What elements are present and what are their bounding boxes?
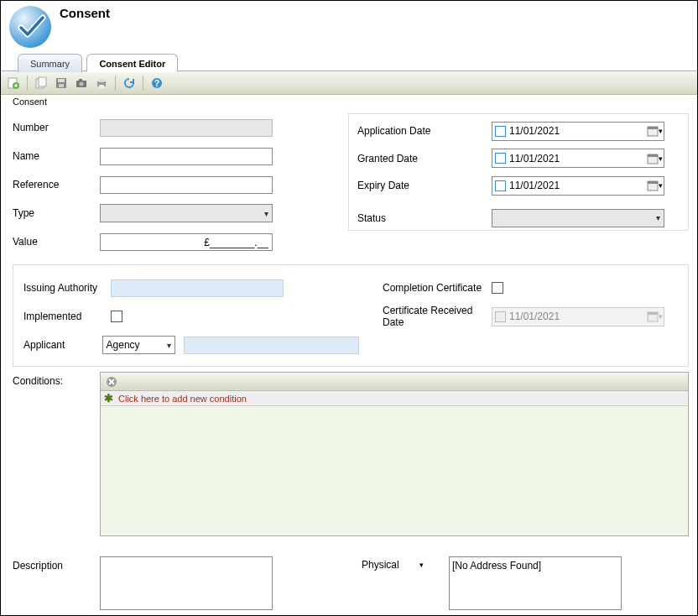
label-granted-date: Granted Date [357, 153, 492, 164]
svg-rect-3 [39, 77, 46, 86]
completion-cert-checkbox[interactable] [492, 282, 503, 294]
granted-date-value: 11/01/2021 [509, 153, 642, 164]
cert-received-date-field: 11/01/2021 ▾ [492, 307, 664, 326]
page-title: Consent [60, 6, 110, 20]
implemented-checkbox[interactable] [111, 311, 122, 322]
granted-date-field[interactable]: 11/01/2021 ▾ [492, 149, 664, 168]
application-date-value: 11/01/2021 [509, 125, 642, 137]
type-combo[interactable]: ▾ [100, 204, 273, 222]
application-date-checkbox[interactable] [495, 126, 506, 137]
label-status: Status [357, 212, 492, 224]
chevron-down-icon: ▾ [656, 213, 660, 222]
svg-rect-18 [648, 154, 658, 157]
reference-input[interactable] [100, 176, 273, 194]
help-button[interactable]: ? [149, 76, 164, 91]
chevron-down-icon: ▾ [419, 561, 424, 569]
label-number: Number [13, 122, 100, 133]
svg-rect-20 [648, 181, 658, 184]
label-expiry-date: Expiry Date [357, 180, 492, 191]
expiry-date-checkbox[interactable] [495, 180, 506, 191]
conditions-delete-button[interactable] [104, 374, 119, 389]
conditions-add-text: Click here to add new condition [118, 394, 247, 404]
expiry-date-value: 11/01/2021 [509, 180, 642, 191]
print-button[interactable] [94, 76, 109, 91]
svg-rect-12 [99, 85, 104, 88]
label-name: Name [13, 150, 100, 162]
number-input[interactable] [100, 119, 273, 137]
svg-point-8 [80, 81, 84, 86]
svg-rect-6 [59, 84, 64, 87]
copy-button[interactable] [34, 76, 49, 91]
calendar-icon[interactable]: ▾ [645, 149, 664, 167]
chevron-down-icon: ▾ [264, 209, 268, 218]
label-implemented: Implemented [23, 311, 111, 322]
calendar-icon: ▾ [645, 308, 664, 326]
address-text[interactable]: [No Address Found] [449, 556, 622, 610]
save-button[interactable] [54, 76, 69, 91]
granted-date-checkbox[interactable] [495, 153, 506, 164]
expiry-date-field[interactable]: 11/01/2021 ▾ [492, 176, 664, 196]
label-conditions: Conditions: [13, 372, 100, 536]
cert-received-checkbox [495, 311, 506, 322]
applicant-text-input[interactable] [184, 337, 359, 354]
cert-received-value: 11/01/2021 [509, 311, 642, 322]
label-description: Description [13, 556, 100, 610]
calendar-icon[interactable]: ▾ [645, 177, 664, 195]
label-type: Type [13, 207, 100, 219]
label-completion-cert: Completion Certificate [383, 282, 492, 294]
physical-label: Physical [362, 559, 399, 571]
section-consent-label: Consent [13, 97, 689, 107]
issuing-authority-input[interactable] [111, 279, 284, 297]
conditions-grid: ✱ Click here to add new condition [100, 372, 689, 536]
tab-summary[interactable]: Summary [18, 54, 82, 72]
label-applicant: Applicant [23, 339, 102, 351]
svg-rect-9 [79, 79, 82, 81]
value-input[interactable]: £________.__ [100, 233, 273, 251]
svg-rect-16 [648, 127, 658, 129]
new-button[interactable] [6, 76, 21, 91]
application-date-field[interactable]: 11/01/2021 ▾ [492, 122, 664, 141]
tab-consent-editor[interactable]: Consent Editor [86, 54, 178, 72]
label-application-date: Application Date [357, 125, 492, 137]
chevron-down-icon: ▾ [167, 341, 171, 350]
svg-rect-5 [58, 79, 65, 82]
label-cert-received: Certificate Received Date [383, 305, 492, 328]
asterisk-icon: ✱ [104, 392, 113, 405]
label-value: Value [13, 236, 100, 248]
calendar-icon[interactable]: ▾ [645, 123, 664, 140]
svg-text:?: ? [154, 79, 159, 88]
conditions-toolbar [101, 373, 688, 391]
applicant-combo[interactable]: Agency ▾ [102, 336, 175, 354]
svg-rect-22 [648, 312, 658, 315]
camera-button[interactable] [74, 76, 89, 91]
svg-rect-11 [99, 79, 104, 82]
conditions-add-row[interactable]: ✱ Click here to add new condition [101, 391, 688, 406]
physical-combo[interactable]: Physical ▾ [357, 556, 429, 573]
name-input[interactable] [100, 148, 273, 165]
label-issuing-authority: Issuing Authority [23, 282, 111, 294]
applicant-combo-value: Agency [107, 339, 140, 351]
refresh-button[interactable] [122, 76, 137, 91]
toolbar: ? [1, 71, 697, 95]
description-textarea[interactable] [100, 556, 273, 610]
app-logo [9, 6, 51, 48]
label-reference: Reference [13, 179, 100, 191]
status-combo[interactable]: ▾ [492, 209, 664, 227]
